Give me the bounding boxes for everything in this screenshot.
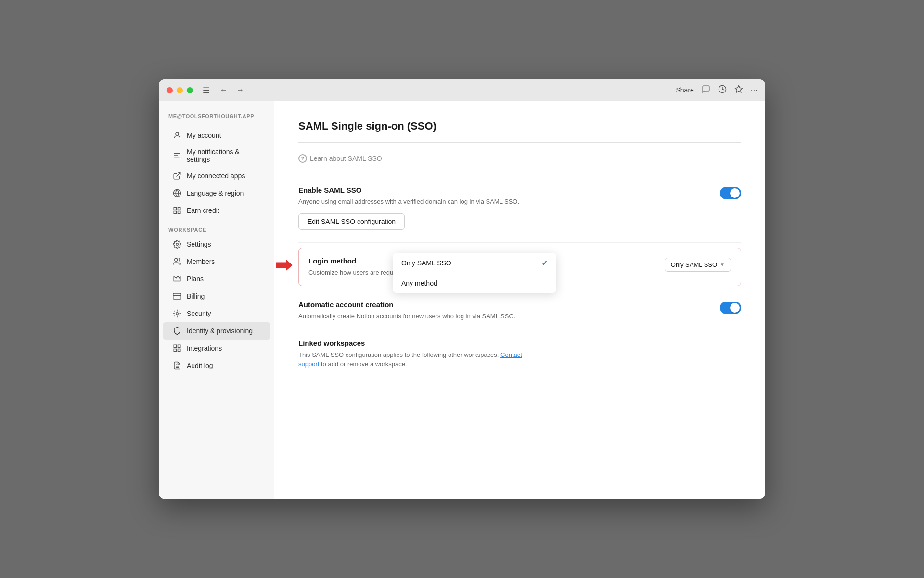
svg-marker-1 [735, 85, 742, 92]
dropdown-item-label: Only SAML SSO [401, 259, 451, 267]
settings-icon [172, 239, 182, 249]
sidebar-item-label: Members [187, 258, 215, 265]
sidebar-item-label: Integrations [187, 344, 222, 352]
login-method-row: Login method Customize how users are req… [298, 248, 741, 287]
security-icon [172, 309, 182, 318]
sidebar-item-label: My account [187, 131, 221, 139]
enable-saml-desc: Anyone using email addresses with a veri… [298, 197, 539, 207]
enable-saml-toggle[interactable] [720, 187, 741, 199]
dropdown-menu: Only SAML SSO ✓ Any method [393, 253, 556, 293]
sidebar-item-label: Earn credit [187, 207, 219, 214]
close-button[interactable] [167, 87, 173, 93]
linked-workspaces-desc: This SAML SSO configuration applies to t… [298, 350, 539, 369]
sidebar-item-label: Language & region [187, 189, 244, 197]
edit-saml-button[interactable]: Edit SAML SSO configuration [298, 213, 405, 230]
sidebar-item-security[interactable]: Security [163, 305, 270, 322]
svg-rect-11 [174, 211, 176, 214]
star-icon[interactable] [734, 85, 743, 96]
main-panel: SAML Single sign-on (SSO) ? Learn about … [274, 101, 765, 499]
svg-rect-20 [178, 345, 180, 347]
svg-rect-22 [178, 349, 180, 352]
linked-workspaces-section: Linked workspaces This SAML SSO configur… [298, 331, 741, 377]
help-icon: ? [298, 154, 307, 163]
svg-point-17 [176, 313, 179, 315]
svg-rect-21 [174, 349, 176, 352]
svg-point-2 [176, 132, 179, 135]
svg-point-14 [175, 258, 178, 261]
sidebar-item-label: Settings [187, 240, 211, 248]
sidebar-item-label: Billing [187, 292, 205, 300]
linked-desc-suffix: to add or remove a workspace. [321, 360, 407, 368]
share-button[interactable]: Share [676, 86, 693, 94]
sidebar-item-language[interactable]: Language & region [163, 184, 270, 202]
maximize-button[interactable] [187, 87, 193, 93]
linked-workspaces-title: Linked workspaces [298, 339, 741, 347]
sidebar-item-my-account[interactable]: My account [163, 127, 270, 144]
app-window: ☰ ← → Share ··· ME@TOOLSFORTHOUGHT.APP [159, 79, 765, 499]
traffic-lights [167, 87, 193, 93]
titlebar-right: Share ··· [676, 85, 757, 96]
dropdown-item-any-method[interactable]: Any method [393, 274, 556, 293]
svg-point-13 [176, 243, 179, 246]
audit-log-icon [172, 361, 182, 370]
automatic-account-toggle[interactable] [720, 302, 741, 314]
automatic-account-content: Automatic account creation Automatically… [298, 301, 710, 321]
identity-icon [172, 326, 182, 336]
sidebar-user-email: ME@TOOLSFORTHOUGHT.APP [159, 110, 274, 127]
login-method-dropdown[interactable]: Only SAML SSO ▼ [665, 258, 731, 272]
sidebar-item-members[interactable]: Members [163, 253, 270, 270]
enable-saml-content: Enable SAML SSO Anyone using email addre… [298, 186, 710, 233]
minimize-button[interactable] [177, 87, 183, 93]
sidebar-item-plans[interactable]: Plans [163, 270, 270, 288]
enable-saml-title: Enable SAML SSO [298, 186, 710, 194]
dropdown-item-label: Any method [401, 279, 437, 287]
nav-arrows: ← → [217, 85, 247, 95]
sidebar-item-label: Plans [187, 275, 204, 283]
back-button[interactable]: ← [217, 85, 231, 95]
dropdown-item-only-saml[interactable]: Only SAML SSO ✓ [393, 253, 556, 274]
checkmark-icon: ✓ [541, 259, 548, 268]
plans-icon [172, 274, 182, 284]
sidebar-item-label: My connected apps [187, 172, 245, 180]
enable-saml-row: Enable SAML SSO Anyone using email addre… [298, 176, 741, 243]
svg-rect-19 [174, 345, 176, 347]
comment-icon[interactable] [702, 85, 710, 96]
svg-rect-9 [174, 207, 176, 210]
sidebar-item-earn-credit[interactable]: Earn credit [163, 202, 270, 219]
sidebar-item-audit-log[interactable]: Audit log [163, 357, 270, 374]
sidebar: ME@TOOLSFORTHOUGHT.APP My account My not… [159, 101, 274, 499]
sidebar-item-settings[interactable]: Settings [163, 236, 270, 253]
svg-rect-15 [173, 293, 181, 299]
billing-icon [172, 291, 182, 301]
learn-link[interactable]: ? Learn about SAML SSO [298, 154, 741, 163]
automatic-account-row: Automatic account creation Automatically… [298, 291, 741, 331]
account-icon [172, 131, 182, 140]
page-title: SAML Single sign-on (SSO) [298, 120, 741, 132]
sidebar-item-label: Audit log [187, 362, 213, 369]
sidebar-item-label: Security [187, 310, 211, 317]
sidebar-item-identity[interactable]: Identity & provisioning [163, 322, 270, 340]
sidebar-item-connected-apps[interactable]: My connected apps [163, 167, 270, 184]
connected-apps-icon [172, 171, 182, 181]
notifications-icon [172, 151, 182, 160]
login-method-value: Only SAML SSO [671, 261, 717, 268]
sidebar-item-integrations[interactable]: Integrations [163, 340, 270, 357]
language-icon [172, 188, 182, 198]
sidebar-item-notifications[interactable]: My notifications & settings [163, 144, 270, 167]
sidebar-item-label: My notifications & settings [187, 148, 261, 163]
automatic-account-desc: Automatically create Notion accounts for… [298, 312, 539, 321]
arrow-indicator [276, 259, 293, 274]
menu-icon[interactable]: ☰ [203, 86, 209, 95]
sidebar-item-billing[interactable]: Billing [163, 288, 270, 305]
integrations-icon [172, 343, 182, 353]
svg-rect-10 [178, 207, 180, 210]
more-icon[interactable]: ··· [751, 85, 757, 95]
forward-button[interactable]: → [233, 85, 247, 95]
members-icon [172, 257, 182, 266]
svg-marker-25 [276, 259, 293, 271]
divider [298, 142, 741, 143]
automatic-account-title: Automatic account creation [298, 301, 710, 309]
chevron-down-icon: ▼ [720, 262, 725, 267]
workspace-section-label: WORKSPACE [159, 219, 274, 236]
history-icon[interactable] [718, 85, 727, 96]
